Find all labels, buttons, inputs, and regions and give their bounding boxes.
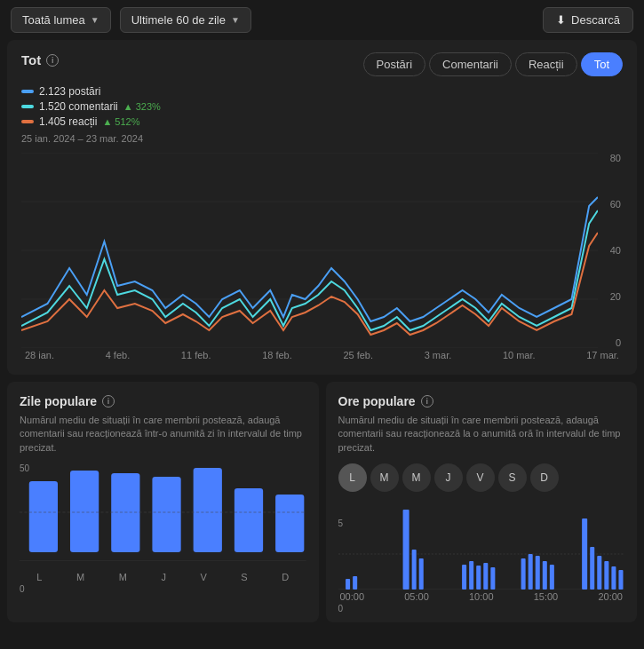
days-x-labels: L M M J V S D	[20, 572, 306, 582]
download-icon: ⬇	[556, 13, 566, 27]
y-axis-labels: 80 60 40 20 0	[610, 153, 623, 348]
popular-hours-panel: Ore populare i Numărul mediu de situații…	[326, 382, 638, 622]
days-bar-svg	[20, 463, 306, 561]
popular-hours-title: Ore populare i	[338, 394, 625, 408]
day-pills: L M M J V S D	[338, 463, 625, 492]
svg-rect-8	[152, 477, 180, 552]
download-label: Descarcă	[571, 13, 620, 27]
region-dropdown[interactable]: Toată lumea ▼	[11, 7, 111, 33]
legend-comments-color	[21, 105, 34, 108]
day-pill-m1[interactable]: M	[370, 463, 399, 492]
svg-rect-11	[275, 495, 304, 552]
svg-rect-22	[469, 561, 473, 590]
legend-comments-value: 1.520 comentarii	[39, 100, 118, 113]
tab-posts[interactable]: Postări	[363, 52, 425, 76]
main-chart-section: Tot i Postări Comentarii Reacții Tot 2.1…	[7, 40, 637, 375]
svg-rect-16	[346, 579, 350, 590]
popular-hours-info-icon: i	[421, 395, 433, 408]
hours-zero-label: 0	[338, 604, 625, 613]
day-pill-l[interactable]: L	[338, 463, 367, 492]
popular-days-desc: Numărul mediu de situații în care membri…	[20, 414, 306, 455]
popular-hours-desc: Numărul mediu de situații în care membri…	[338, 414, 625, 455]
svg-rect-6	[70, 471, 99, 552]
popular-days-info-icon: i	[102, 395, 115, 408]
chart-title: Tot i	[21, 52, 59, 67]
line-chart: 80 60 40 20 0 28 ian	[21, 153, 623, 366]
chart-info-icon: i	[46, 54, 59, 67]
chart-header: Tot i Postări Comentarii Reacții Tot	[21, 52, 623, 76]
svg-rect-25	[490, 567, 495, 590]
toolbar: Toată lumea ▼ Ultimele 60 de zile ▼ ⬇ De…	[0, 0, 644, 40]
legend-reactions-growth: ▲ 512%	[102, 116, 139, 127]
hours-y-label-5: 5	[338, 518, 344, 528]
svg-rect-17	[353, 576, 357, 590]
svg-rect-32	[590, 547, 594, 590]
hours-bar-svg	[338, 501, 625, 590]
legend-comments-growth: ▲ 323%	[123, 101, 161, 112]
legend-posts-color	[21, 90, 34, 93]
day-pill-d[interactable]: D	[530, 463, 559, 492]
svg-rect-35	[611, 566, 616, 590]
svg-rect-21	[462, 565, 466, 590]
legend-posts-value: 2.123 postări	[39, 85, 100, 98]
chart-title-group: Tot i	[21, 52, 59, 67]
region-label: Toată lumea	[22, 13, 85, 27]
svg-rect-10	[235, 488, 263, 552]
day-pill-v[interactable]: V	[466, 463, 495, 492]
x-axis-labels: 28 ian. 4 feb. 11 feb. 18 feb. 25 feb. 3…	[21, 348, 623, 360]
period-label: Ultimele 60 de zile	[131, 13, 226, 27]
tab-total[interactable]: Tot	[581, 52, 623, 76]
svg-rect-5	[29, 481, 58, 552]
svg-rect-9	[194, 468, 222, 552]
legend-reactions-value: 1.405 reacții	[39, 115, 97, 128]
svg-rect-20	[418, 558, 423, 590]
svg-rect-7	[111, 473, 139, 552]
period-dropdown[interactable]: Ultimele 60 de zile ▼	[120, 7, 251, 33]
tab-comments[interactable]: Comentarii	[429, 52, 512, 76]
day-pill-s[interactable]: S	[498, 463, 527, 492]
legend-comments: 1.520 comentarii ▲ 323%	[21, 100, 623, 113]
svg-rect-18	[402, 510, 409, 590]
popular-days-title: Zile populare i	[20, 394, 306, 408]
hours-x-labels: 00:00 05:00 10:00 15:00 20:00	[338, 591, 625, 602]
svg-rect-29	[542, 561, 546, 590]
svg-rect-31	[582, 518, 587, 590]
legend-posts: 2.123 postări	[21, 85, 623, 98]
hours-bar-chart: 5	[338, 501, 625, 590]
days-y-label-50: 50	[20, 463, 29, 473]
legend-reactions: 1.405 reacții ▲ 512%	[21, 115, 623, 128]
svg-rect-26	[521, 558, 525, 590]
download-button[interactable]: ⬇ Descarcă	[543, 7, 633, 33]
tab-reactions[interactable]: Reacții	[515, 52, 577, 76]
legend-reactions-color	[21, 120, 34, 123]
bottom-panels: Zile populare i Numărul mediu de situați…	[7, 382, 637, 622]
day-pill-j[interactable]: J	[434, 463, 463, 492]
popular-days-panel: Zile populare i Numărul mediu de situați…	[7, 382, 319, 622]
date-range: 25 ian. 2024 – 23 mar. 2024	[21, 133, 623, 144]
region-chevron-icon: ▼	[91, 15, 99, 25]
svg-rect-36	[618, 570, 623, 590]
svg-rect-27	[528, 554, 532, 590]
svg-rect-23	[476, 566, 481, 590]
svg-rect-24	[483, 563, 488, 590]
days-zero-label: 0	[20, 584, 306, 594]
svg-rect-28	[535, 556, 539, 590]
svg-rect-19	[411, 550, 416, 590]
svg-rect-33	[597, 556, 601, 590]
tab-group: Postări Comentarii Reacții Tot	[363, 52, 623, 76]
chart-legend: 2.123 postări 1.520 comentarii ▲ 323% 1.…	[21, 85, 623, 144]
period-chevron-icon: ▼	[231, 15, 240, 25]
svg-rect-34	[604, 561, 608, 590]
popular-days-chart: 50	[20, 463, 306, 570]
line-chart-svg	[21, 153, 598, 348]
day-pill-m2[interactable]: M	[402, 463, 431, 492]
svg-rect-30	[549, 565, 553, 590]
